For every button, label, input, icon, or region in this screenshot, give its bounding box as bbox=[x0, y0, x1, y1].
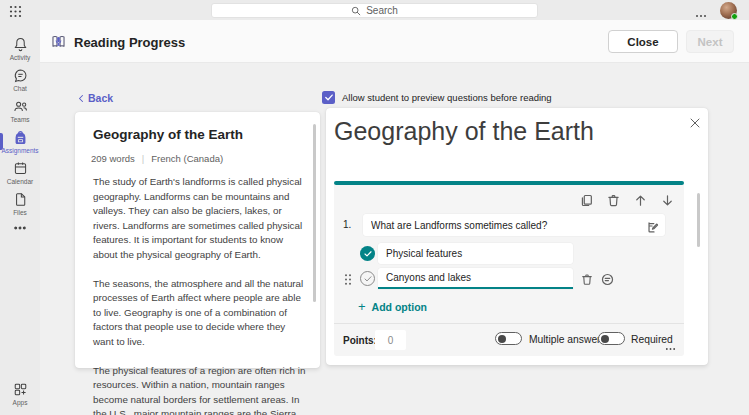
divider bbox=[334, 323, 684, 324]
sidebar-item-chat[interactable]: Chat bbox=[0, 64, 40, 95]
answer-option-input[interactable] bbox=[378, 243, 573, 264]
app-header: Reading Progress Close Next bbox=[40, 20, 749, 63]
teams-people-icon bbox=[12, 98, 29, 115]
page-title: Reading Progress bbox=[74, 35, 185, 50]
more-icon[interactable] bbox=[695, 6, 707, 14]
trash-icon[interactable] bbox=[607, 193, 620, 206]
copy-icon[interactable] bbox=[580, 193, 593, 206]
activity-bell-icon bbox=[12, 36, 29, 53]
preview-option-row: Allow student to preview questions befor… bbox=[322, 91, 552, 104]
trash-icon[interactable] bbox=[581, 272, 593, 285]
sidebar-item-files[interactable]: Files bbox=[0, 188, 40, 219]
quiz-scrollbar[interactable] bbox=[697, 193, 700, 247]
passage-language: French (Canada) bbox=[151, 153, 223, 164]
question-card: 1. bbox=[334, 185, 684, 356]
assignments-backpack-icon bbox=[12, 129, 29, 146]
drag-handle-icon[interactable] bbox=[344, 272, 352, 285]
quiz-title: Geography of the Earth bbox=[334, 117, 594, 146]
next-button[interactable]: Next bbox=[686, 30, 734, 53]
search-placeholder: Search bbox=[366, 5, 398, 16]
sidebar-more-icon[interactable] bbox=[0, 219, 40, 237]
preview-checkbox-label: Allow student to preview questions befor… bbox=[342, 92, 552, 103]
passage-scrollbar[interactable] bbox=[313, 124, 316, 302]
arrow-up-icon[interactable] bbox=[634, 193, 647, 206]
presence-available-icon bbox=[731, 13, 738, 20]
apps-icon bbox=[12, 381, 29, 398]
plus-icon: + bbox=[358, 300, 366, 313]
reading-progress-icon bbox=[50, 33, 67, 50]
points-input[interactable] bbox=[375, 330, 406, 350]
search-icon bbox=[351, 6, 361, 16]
multiple-answers-toggle[interactable] bbox=[495, 332, 522, 345]
required-toggle[interactable] bbox=[598, 332, 625, 345]
search-input[interactable]: Search bbox=[211, 3, 538, 18]
sidebar-item-apps[interactable]: Apps bbox=[0, 378, 40, 409]
checkbox-check-icon bbox=[325, 94, 333, 101]
word-count: 209 words bbox=[91, 153, 135, 164]
left-navigation-rail: Activity Chat Teams Assignments Calendar… bbox=[0, 20, 40, 415]
quiz-panel: Geography of the Earth 1. bbox=[326, 108, 708, 365]
question-toolbar bbox=[580, 193, 674, 206]
close-button[interactable]: Close bbox=[608, 30, 678, 53]
passage-panel: Geography of the Earth 209 words | Frenc… bbox=[75, 112, 320, 368]
passage-metadata: 209 words | French (Canada) bbox=[91, 153, 223, 164]
check-circle-outline-icon[interactable] bbox=[360, 271, 375, 286]
files-icon bbox=[12, 191, 29, 208]
passage-paragraph: The physical features of a region are of… bbox=[93, 364, 307, 415]
sidebar-item-teams[interactable]: Teams bbox=[0, 95, 40, 126]
multiple-answers-label: Multiple answers bbox=[529, 334, 606, 345]
sidebar-item-assignments[interactable]: Assignments bbox=[0, 126, 40, 157]
message-icon[interactable] bbox=[601, 272, 614, 285]
passage-title: Geography of the Earth bbox=[93, 127, 243, 142]
arrow-down-icon[interactable] bbox=[661, 193, 674, 206]
passage-paragraph: The study of Earth's landforms is called… bbox=[93, 175, 307, 263]
check-circle-icon[interactable] bbox=[360, 246, 375, 261]
calendar-icon bbox=[12, 160, 29, 177]
close-icon[interactable] bbox=[690, 114, 701, 125]
passage-paragraph: The seasons, the atmosphere and all the … bbox=[93, 277, 307, 350]
edit-icon[interactable] bbox=[647, 219, 659, 231]
app-launcher-icon[interactable] bbox=[9, 4, 22, 17]
more-icon[interactable] bbox=[665, 337, 676, 341]
passage-text: The study of Earth's landforms is called… bbox=[93, 175, 307, 415]
teams-window: Search Activity Chat Teams bbox=[0, 0, 749, 415]
points-label: Points: bbox=[343, 335, 377, 346]
back-chevron-icon bbox=[78, 94, 84, 103]
avatar[interactable] bbox=[720, 2, 737, 19]
answer-option-input[interactable] bbox=[378, 268, 573, 289]
back-link[interactable]: Back bbox=[78, 92, 113, 104]
top-bar: Search bbox=[0, 0, 749, 20]
question-number: 1. bbox=[343, 219, 351, 230]
question-text-input[interactable] bbox=[363, 214, 665, 236]
preview-checkbox[interactable] bbox=[322, 91, 335, 104]
add-option-button[interactable]: + Add option bbox=[358, 300, 427, 313]
chat-icon bbox=[12, 67, 29, 84]
sidebar-item-activity[interactable]: Activity bbox=[0, 33, 40, 64]
sidebar-item-calendar[interactable]: Calendar bbox=[0, 157, 40, 188]
